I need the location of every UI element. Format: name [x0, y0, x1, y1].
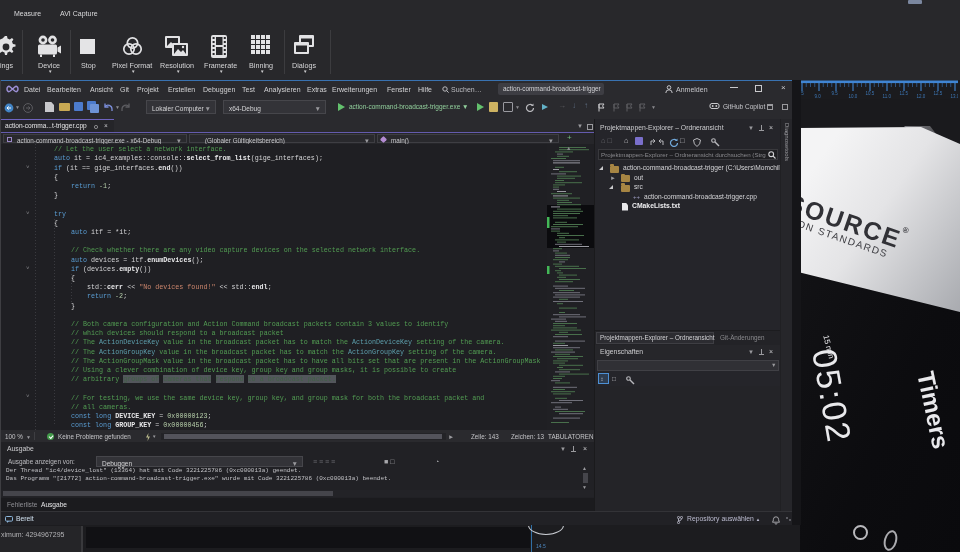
svg-text:13.0: 13.0	[951, 94, 959, 99]
svg-text:11.0: 11.0	[883, 94, 892, 99]
svg-text:9.0: 9.0	[815, 94, 822, 99]
svg-text:9.5: 9.5	[832, 91, 839, 96]
svg-text:12.5: 12.5	[934, 91, 943, 96]
svg-text:11.5: 11.5	[900, 91, 909, 96]
svg-text:10.5: 10.5	[866, 91, 875, 96]
svg-text:10.0: 10.0	[849, 94, 858, 99]
svg-text:12.0: 12.0	[917, 94, 926, 99]
